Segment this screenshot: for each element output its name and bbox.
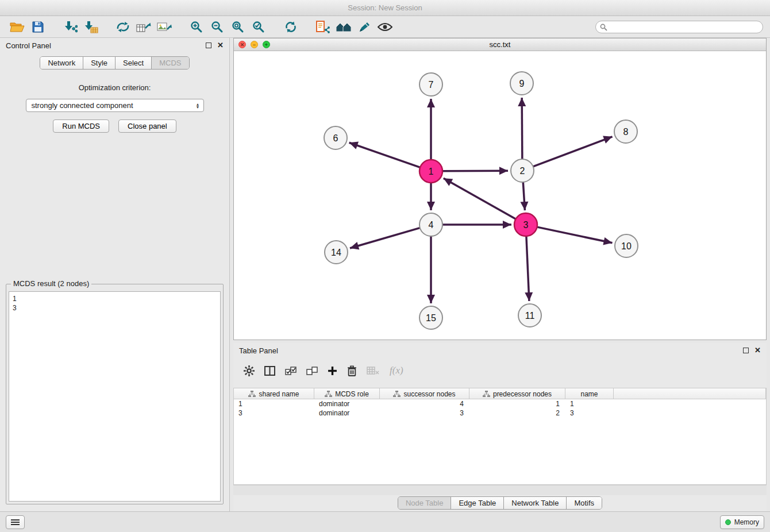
graph-edge-1-6[interactable]: [349, 142, 421, 167]
column-type-icon: [483, 391, 490, 397]
optimization-criterion-select[interactable]: strongly connected component ▲▼: [26, 99, 204, 112]
close-panel-button[interactable]: Close panel: [118, 119, 176, 133]
graph-edge-2-8[interactable]: [533, 137, 613, 167]
column-header-successor-nodes[interactable]: successor nodes: [380, 388, 469, 399]
settings-gear-icon[interactable]: [244, 365, 255, 376]
graph-edge-2-9[interactable]: [522, 98, 522, 159]
control-panel-tabs: Network Style Select MCDS: [0, 56, 229, 70]
delete-column-icon[interactable]: [347, 365, 357, 376]
column-label: name: [580, 390, 598, 398]
app-title: Session: New Session: [348, 3, 422, 12]
first-neighbors-icon[interactable]: [333, 18, 354, 36]
save-session-icon[interactable]: [28, 18, 48, 36]
zoom-in-icon[interactable]: [186, 18, 207, 36]
graph-node-label-8: 8: [623, 127, 629, 137]
show-panels-button[interactable]: [6, 515, 25, 529]
cell-mcds-role[interactable]: dominator: [314, 408, 380, 418]
graph-node-label-3: 3: [523, 220, 529, 230]
graph-edge-1-2[interactable]: [442, 171, 508, 171]
tab-node-table[interactable]: Node Table: [398, 497, 452, 509]
graph-node-label-6: 6: [333, 133, 338, 143]
export-network-icon[interactable]: [133, 18, 154, 36]
graph-node-label-9: 9: [519, 79, 525, 88]
memory-button[interactable]: Memory: [720, 515, 764, 529]
zoom-selected-icon[interactable]: [248, 18, 269, 36]
graph-edge-3-1[interactable]: [444, 178, 516, 219]
zoom-out-icon[interactable]: [207, 18, 228, 36]
mcds-result-line: 1: [13, 294, 217, 303]
open-file-icon[interactable]: [7, 18, 28, 36]
cell-mcds-role[interactable]: dominator: [314, 399, 380, 408]
memory-status-icon: [725, 519, 731, 525]
float-panel-icon[interactable]: [206, 43, 211, 48]
tab-network-table[interactable]: Network Table: [504, 497, 567, 509]
cell-shared-name[interactable]: 1: [234, 399, 314, 408]
graph-edge-3-10[interactable]: [537, 227, 613, 243]
tab-network[interactable]: Network: [40, 57, 83, 69]
float-table-panel-icon[interactable]: [743, 348, 749, 353]
app-titlebar: Session: New Session: [0, 0, 770, 16]
cell-successor-nodes[interactable]: 4: [380, 399, 469, 408]
network-graph-canvas[interactable]: 7968124310141511: [234, 51, 766, 340]
search-container: [595, 21, 763, 33]
select-all-icon[interactable]: [285, 367, 297, 375]
add-column-icon[interactable]: [328, 366, 337, 376]
column-header-predecessor-nodes[interactable]: predecessor nodes: [469, 388, 565, 399]
mcds-result-group: MCDS result (2 nodes) 1 3: [6, 284, 224, 504]
deselect-all-icon[interactable]: [306, 367, 318, 375]
annotation-mode-icon[interactable]: [354, 18, 375, 36]
cell-predecessor-nodes[interactable]: 1: [469, 399, 565, 408]
graph-node-label-2: 2: [520, 166, 525, 176]
tab-style[interactable]: Style: [83, 57, 116, 69]
import-table-icon[interactable]: [80, 18, 101, 36]
memory-label: Memory: [734, 518, 759, 526]
import-network-icon[interactable]: [60, 18, 80, 36]
control-panel-header: Control Panel ✕: [0, 38, 229, 53]
delete-table-icon[interactable]: [367, 367, 380, 375]
table-row[interactable]: 1 dominator 4 1 1: [234, 399, 766, 408]
close-panel-icon[interactable]: ✕: [217, 43, 224, 48]
network-merge-icon[interactable]: [113, 18, 133, 36]
cell-shared-name[interactable]: 3: [234, 408, 314, 418]
search-input[interactable]: [595, 21, 763, 33]
tab-edge-table[interactable]: Edge Table: [451, 497, 504, 509]
refresh-icon[interactable]: [280, 18, 301, 36]
tab-select[interactable]: Select: [116, 57, 152, 69]
column-type-icon: [248, 391, 256, 397]
search-icon: [600, 24, 607, 31]
cell-name[interactable]: 3: [565, 408, 614, 418]
column-label: successor nodes: [403, 390, 455, 398]
tab-motifs[interactable]: Motifs: [567, 497, 602, 509]
mcds-result-list[interactable]: 1 3: [9, 291, 221, 502]
graph-edge-4-14[interactable]: [350, 228, 420, 248]
run-mcds-button[interactable]: Run MCDS: [53, 119, 109, 133]
export-image-icon[interactable]: [154, 18, 175, 36]
graph-edge-2-3[interactable]: [523, 182, 525, 210]
show-hide-icon[interactable]: [375, 18, 395, 36]
table-toolbar: f(x): [233, 359, 767, 382]
tab-mcds[interactable]: MCDS: [152, 57, 188, 69]
network-window-titlebar[interactable]: scc.txt ✕ − +: [234, 38, 766, 51]
column-header-mcds-role[interactable]: MCDS role: [314, 388, 380, 399]
cell-name[interactable]: 1: [565, 399, 614, 408]
cell-predecessor-nodes[interactable]: 2: [469, 408, 565, 418]
table-panel-header: Table Panel ✕: [233, 343, 767, 358]
table-row[interactable]: 3 dominator 3 2 3: [234, 408, 766, 418]
close-table-panel-icon[interactable]: ✕: [754, 348, 761, 353]
copy-network-view-icon[interactable]: [313, 18, 333, 36]
graph-node-label-7: 7: [429, 80, 434, 90]
column-type-icon: [325, 391, 332, 397]
column-layout-icon[interactable]: [264, 366, 275, 376]
zoom-fit-icon[interactable]: [228, 18, 248, 36]
column-header-name[interactable]: name: [565, 388, 614, 399]
window-close-icon[interactable]: ✕: [238, 41, 246, 48]
table-horizontal-scrollbar[interactable]: [233, 485, 767, 495]
table-panel-title: Table Panel: [239, 346, 278, 355]
cell-successor-nodes[interactable]: 3: [380, 408, 469, 418]
function-builder-icon[interactable]: f(x): [390, 365, 403, 376]
column-header-shared-name[interactable]: shared name: [234, 388, 314, 399]
control-panel-title: Control Panel: [6, 41, 51, 50]
window-minimize-icon[interactable]: −: [251, 41, 258, 48]
graph-edge-3-11[interactable]: [526, 236, 529, 301]
window-zoom-icon[interactable]: +: [263, 41, 270, 48]
